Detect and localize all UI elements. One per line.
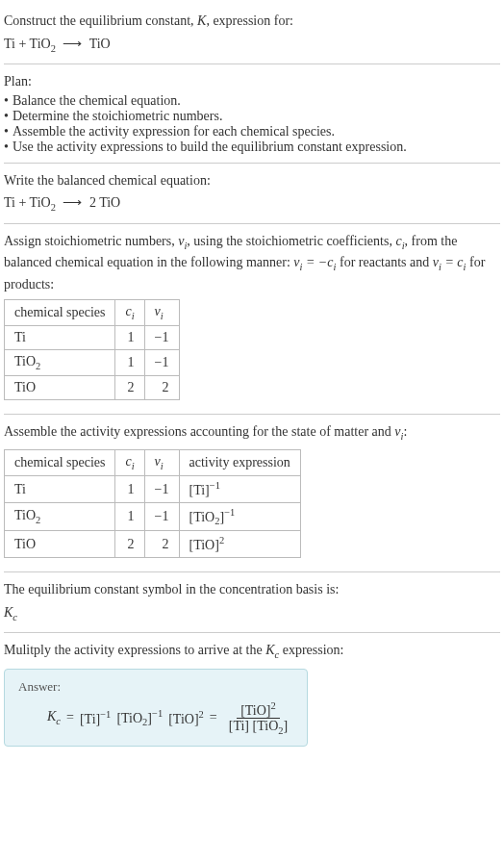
- balanced-heading: Write the balanced chemical equation:: [4, 171, 500, 190]
- text: Construct the equilibrium constant,: [4, 13, 197, 28]
- fraction: [TiO]2 [Ti] [TiO2]: [225, 700, 291, 736]
- header-vi: νi: [144, 300, 179, 326]
- subscript: 2: [36, 515, 40, 525]
- symbol-section: The equilibrium constant symbol in the c…: [4, 572, 500, 633]
- plus: +: [18, 195, 26, 210]
- text: TiO: [14, 354, 36, 368]
- intro-section: Construct the equilibrium constant, K, e…: [4, 4, 500, 64]
- variable-ci: ci: [395, 234, 404, 248]
- variable-kc: Kc: [47, 709, 61, 726]
- header-species: chemical species: [5, 450, 115, 476]
- text: TiO: [30, 195, 51, 210]
- stoich-table: chemical species ci νi Ti 1 −1 TiO2 1 −1…: [4, 299, 180, 400]
- text: Ti: [14, 482, 26, 496]
- text: [TiO]: [189, 538, 219, 552]
- cell-species: Ti: [5, 476, 115, 503]
- multiply-text: Mulitply the activity expressions to arr…: [4, 641, 500, 662]
- subscript: i: [161, 311, 164, 321]
- subscript: c: [56, 716, 61, 726]
- stoich-section: Assign stoichiometric numbers, νi, using…: [4, 224, 500, 415]
- cell-vi: −1: [144, 350, 179, 376]
- text: = −: [302, 255, 327, 269]
- table-header-row: chemical species ci νi activity expressi…: [5, 450, 301, 476]
- kc-symbol: Kc: [4, 603, 500, 624]
- superscript: −1: [100, 709, 111, 720]
- cell-ci: 2: [115, 531, 144, 558]
- cell-species: Ti: [5, 326, 115, 350]
- cell-species: TiO2: [5, 502, 115, 530]
- species-tio: TiO: [89, 37, 111, 51]
- plan-heading: Plan:: [4, 72, 500, 91]
- text: Assemble the activity expression for eac…: [13, 124, 335, 140]
- term-tio2: [TiO2]−1: [116, 708, 163, 727]
- cell-ci: 1: [115, 350, 144, 376]
- subscript: 2: [51, 202, 56, 213]
- header-ci: ci: [115, 300, 144, 326]
- arrow-icon: ⟶: [63, 37, 82, 51]
- text: ]: [284, 719, 289, 733]
- stoich-text: Assign stoichiometric numbers, νi, using…: [4, 232, 500, 294]
- superscript: −1: [152, 708, 163, 719]
- table-row: Ti 1 −1: [5, 326, 180, 350]
- text: Mulitply the activity expressions to arr…: [4, 643, 265, 657]
- unbalanced-equation: Ti + TiO2 ⟶ TiO: [4, 35, 500, 56]
- species-tio2: TiO2: [30, 37, 56, 51]
- subscript: 2: [51, 42, 56, 53]
- subscript: i: [132, 311, 135, 321]
- table-row: TiO 2 2 [TiO]2: [5, 531, 301, 558]
- text: [Ti]: [189, 483, 210, 497]
- text: Assign stoichiometric numbers,: [4, 234, 178, 248]
- eq-reactants: νi = −ci: [293, 255, 336, 269]
- text: expression:: [279, 643, 343, 657]
- superscript: 2: [271, 700, 276, 711]
- equals: =: [210, 710, 217, 725]
- symbol-text: The equilibrium constant symbol in the c…: [4, 580, 500, 599]
- plan-item: Use the activity expressions to build th…: [4, 140, 500, 155]
- text: TiO: [14, 508, 36, 522]
- cell-activity: [TiO]2: [179, 531, 300, 558]
- cell-ci: 2: [115, 375, 144, 399]
- subscript: 2: [36, 361, 40, 371]
- balanced-equation: Ti + TiO2 ⟶ 2 TiO: [4, 193, 500, 215]
- fraction-numerator: [TiO]2: [237, 700, 280, 720]
- plan-list: Balance the chemical equation. Determine…: [4, 93, 500, 155]
- text: for reactants and: [336, 255, 432, 269]
- cell-ci: 1: [115, 476, 144, 503]
- text: Ti: [14, 330, 26, 344]
- activity-text: Assemble the activity expressions accoun…: [4, 422, 500, 444]
- text: K: [4, 605, 13, 620]
- header-ci: ci: [115, 450, 144, 476]
- eq-products: νi = ci: [433, 255, 466, 269]
- intro-prompt: Construct the equilibrium constant, K, e…: [4, 12, 500, 31]
- text: [TiO: [253, 719, 279, 733]
- cell-activity: [Ti]−1: [179, 476, 300, 503]
- fraction-denominator: [Ti] [TiO2]: [225, 719, 291, 736]
- text: [TiO]: [168, 712, 198, 726]
- kc-expression: Kc = [Ti]−1 [TiO2]−1 [TiO]2 = [TiO]2 [Ti…: [47, 700, 293, 736]
- text: , using the stoichiometric coefficients,: [187, 234, 395, 248]
- text: Balance the chemical equation.: [13, 93, 181, 109]
- plan-item: Balance the chemical equation.: [4, 93, 500, 109]
- species-ti: Ti: [4, 37, 15, 51]
- header-activity: activity expression: [179, 450, 300, 476]
- species-tio: TiO: [99, 195, 120, 210]
- species-tio2: TiO2: [30, 195, 56, 210]
- text: Determine the stoichiometric numbers.: [13, 109, 223, 124]
- plus: +: [18, 37, 26, 51]
- text: , expression for:: [206, 13, 293, 28]
- text: K: [47, 709, 56, 723]
- text: [TiO: [116, 711, 142, 725]
- text: TiO: [14, 380, 36, 394]
- answer-label: Answer:: [18, 679, 293, 695]
- cell-ci: 1: [115, 326, 144, 350]
- superscript: 2: [199, 709, 204, 720]
- superscript: −1: [224, 507, 235, 518]
- plan-item: Determine the stoichiometric numbers.: [4, 109, 500, 124]
- plan-item: Assemble the activity expression for eac…: [4, 124, 500, 140]
- cell-vi: 2: [144, 531, 179, 558]
- table-row: Ti 1 −1 [Ti]−1: [5, 476, 301, 503]
- cell-vi: −1: [144, 476, 179, 503]
- cell-vi: −1: [144, 502, 179, 530]
- term-tio: [TiO]2: [168, 709, 204, 727]
- text: TiO: [30, 37, 51, 51]
